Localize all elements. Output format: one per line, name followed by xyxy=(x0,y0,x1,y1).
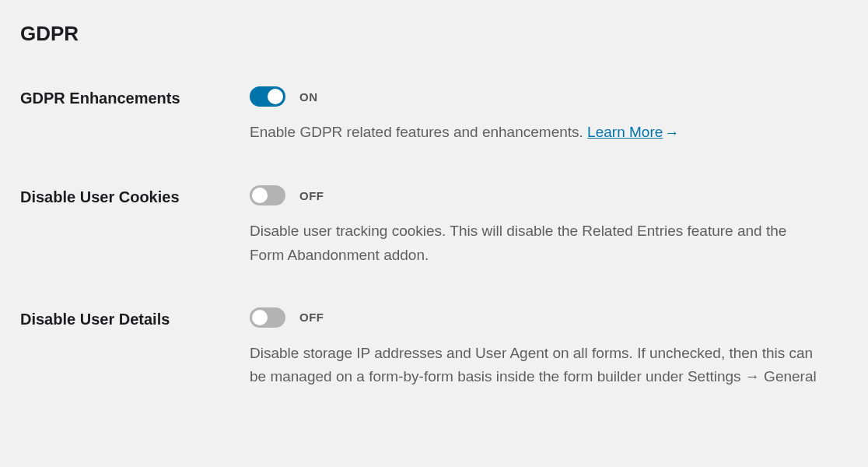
toggle-disable-cookies[interactable] xyxy=(250,185,285,205)
setting-label-enhancements: GDPR Enhancements xyxy=(20,86,250,107)
setting-desc-cookies: Disable user tracking cookies. This will… xyxy=(250,219,824,267)
setting-content-enhancements: ON Enable GDPR related features and enha… xyxy=(250,86,848,145)
toggle-state-cookies: OFF xyxy=(299,189,324,202)
setting-desc-enhancements: Enable GDPR related features and enhance… xyxy=(250,121,824,145)
toggle-state-enhancements: ON xyxy=(299,90,318,104)
setting-content-details: OFF Disable storage IP addresses and Use… xyxy=(250,307,848,389)
toggle-line-cookies: OFF xyxy=(250,185,824,205)
section-title: GDPR xyxy=(20,22,848,46)
setting-desc-details: Disable storage IP addresses and User Ag… xyxy=(250,342,824,389)
toggle-disable-details[interactable] xyxy=(250,307,285,328)
toggle-line-enhancements: ON xyxy=(250,86,824,107)
setting-label-details: Disable User Details xyxy=(20,307,250,328)
setting-gdpr-enhancements: GDPR Enhancements ON Enable GDPR related… xyxy=(20,86,848,145)
setting-disable-details: Disable User Details OFF Disable storage… xyxy=(20,307,848,389)
desc-text-enhancements: Enable GDPR related features and enhance… xyxy=(250,124,587,140)
toggle-gdpr-enhancements[interactable] xyxy=(250,86,285,107)
toggle-knob xyxy=(268,89,283,104)
setting-disable-cookies: Disable User Cookies OFF Disable user tr… xyxy=(20,185,848,267)
learn-more-link[interactable]: Learn More xyxy=(587,124,663,140)
toggle-knob xyxy=(252,188,268,203)
toggle-state-details: OFF xyxy=(299,311,324,324)
setting-label-cookies: Disable User Cookies xyxy=(20,185,250,206)
setting-content-cookies: OFF Disable user tracking cookies. This … xyxy=(250,185,848,267)
toggle-knob xyxy=(252,310,268,325)
toggle-line-details: OFF xyxy=(250,307,824,328)
arrow-right-icon: → xyxy=(664,121,679,145)
